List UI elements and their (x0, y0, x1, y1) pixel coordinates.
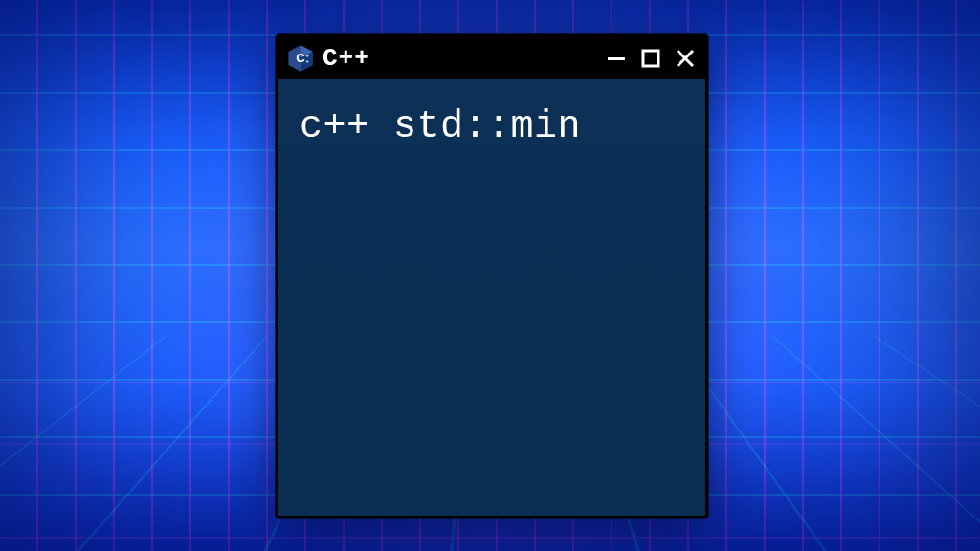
window-controls (604, 46, 698, 71)
window-title: C++ (323, 44, 370, 73)
cpp-logo-icon: C + + (286, 44, 315, 73)
svg-text:+: + (306, 53, 309, 58)
terminal-window: C + + C++ (276, 34, 708, 518)
close-button[interactable] (673, 46, 698, 71)
svg-text:C: C (296, 51, 305, 65)
titlebar[interactable]: C + + C++ (278, 37, 705, 79)
terminal-content[interactable]: c++ std::min (278, 79, 705, 516)
minimize-icon (606, 48, 627, 69)
minimize-button[interactable] (604, 46, 629, 71)
terminal-line: c++ std::min (300, 104, 684, 150)
svg-rect-6 (608, 57, 625, 60)
svg-text:+: + (306, 58, 309, 64)
maximize-icon (641, 49, 660, 68)
svg-rect-7 (643, 51, 658, 66)
maximize-button[interactable] (638, 46, 663, 71)
close-icon (675, 48, 696, 69)
